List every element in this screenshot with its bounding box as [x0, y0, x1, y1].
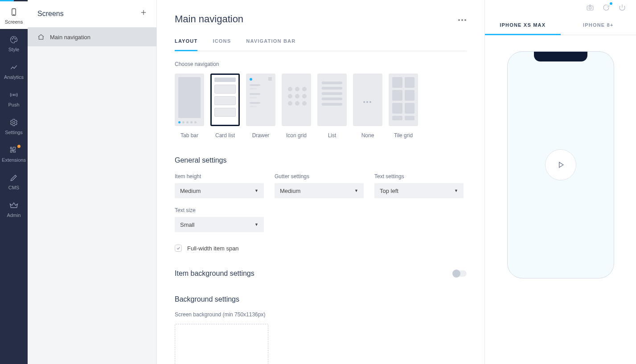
tab-icons[interactable]: ICONS	[213, 38, 231, 51]
preview-toolbar	[485, 0, 636, 16]
svg-point-4	[15, 39, 16, 40]
phone-preview-wrap	[485, 35, 636, 364]
svg-point-10	[461, 19, 463, 21]
screens-title: Screens	[37, 10, 64, 18]
background-settings-heading: Background settings	[175, 295, 467, 303]
palette-icon	[9, 35, 18, 44]
rail-item-admin[interactable]: Admin	[0, 195, 28, 222]
screen-item-main-navigation[interactable]: Main navigation	[28, 28, 156, 46]
caret-down-icon: ▼	[454, 188, 458, 193]
add-screen-button[interactable]	[140, 8, 148, 19]
analytics-icon	[9, 63, 18, 72]
rail-label: Push	[8, 102, 19, 107]
rail-item-cms[interactable]: CMS	[0, 167, 28, 195]
navigation-type-picker: Tab bar Card list Draw	[175, 74, 467, 139]
editor-scroll[interactable]: Main navigation LAYOUT ICONS NAVIGATION …	[157, 0, 484, 364]
full-width-checkbox[interactable]	[175, 245, 182, 252]
screens-icon	[9, 8, 18, 16]
more-horizontal-icon	[458, 19, 467, 21]
svg-point-2	[12, 39, 13, 40]
puzzle-icon	[9, 146, 18, 155]
refresh-badge	[610, 2, 612, 5]
rail-item-push[interactable]: Push	[0, 84, 28, 112]
crown-icon	[9, 201, 18, 210]
select-text-settings[interactable]: Top left ▼	[374, 183, 464, 198]
rail-label: Screens	[5, 19, 23, 25]
camera-icon	[586, 4, 594, 12]
select-gutter-settings[interactable]: Medium ▼	[275, 183, 364, 198]
svg-point-9	[458, 19, 460, 21]
rail-label: Style	[8, 47, 19, 52]
rail-label: Admin	[7, 213, 21, 218]
nav-type-drawer[interactable]: Drawer	[246, 74, 275, 139]
rail-label: Analytics	[4, 74, 24, 80]
nav-type-none[interactable]: ••• None	[353, 74, 382, 139]
thumb-tab-bar	[175, 74, 204, 126]
rail-item-style[interactable]: Style	[0, 29, 28, 57]
svg-marker-14	[559, 162, 563, 168]
field-label: Gutter settings	[275, 173, 364, 180]
broadcast-icon	[9, 90, 18, 99]
device-tab-iphone-8-plus[interactable]: IPHONE 8+	[561, 16, 636, 35]
screens-column: Screens Main navigation	[28, 0, 157, 364]
select-value: Small	[180, 221, 195, 228]
rail-label: Settings	[5, 130, 23, 135]
editor-tabs: LAYOUT ICONS NAVIGATION BAR	[175, 38, 467, 51]
tab-navigation-bar[interactable]: NAVIGATION BAR	[246, 38, 295, 51]
rail-item-settings[interactable]: Settings	[0, 112, 28, 139]
nav-type-tile-grid[interactable]: Tile grid	[389, 74, 418, 139]
power-button[interactable]	[618, 4, 626, 13]
refresh-button[interactable]	[602, 4, 610, 13]
rail-item-analytics[interactable]: Analytics	[0, 57, 28, 84]
preview-column: IPHONE XS MAX IPHONE 8+	[484, 0, 636, 364]
phone-notch	[534, 52, 587, 61]
rail-item-extensions[interactable]: Extensions	[0, 139, 28, 167]
editor-column: Main navigation LAYOUT ICONS NAVIGATION …	[157, 0, 484, 364]
rail-item-screens[interactable]: Screens	[0, 1, 28, 29]
nav-type-tab-bar[interactable]: Tab bar	[175, 74, 204, 139]
screen-background-label: Screen background (min 750x1136px)	[175, 311, 467, 318]
nav-type-icon-grid[interactable]: Icon grid	[282, 74, 311, 139]
editor-header: Main navigation	[175, 13, 467, 25]
field-text-size: Text size Small ▼	[175, 201, 264, 232]
thumb-drawer	[246, 74, 275, 126]
nav-type-label: None	[361, 132, 374, 139]
tab-layout[interactable]: LAYOUT	[175, 38, 197, 51]
general-settings-form: Item height Medium ▼ Gutter settings Med…	[175, 167, 467, 198]
nav-type-label: Tile grid	[394, 132, 413, 139]
nav-type-list[interactable]: List	[317, 74, 347, 139]
field-label: Text settings	[374, 173, 464, 180]
select-item-height[interactable]: Medium ▼	[175, 183, 264, 198]
select-value: Top left	[380, 188, 398, 194]
select-text-size[interactable]: Small ▼	[175, 217, 264, 232]
preview-play-button[interactable]	[545, 149, 576, 180]
choose-navigation-label: Choose navigation	[175, 61, 467, 67]
item-background-section-header: Item background settings	[175, 270, 467, 278]
screenshot-button[interactable]	[586, 4, 594, 13]
thumb-list	[317, 74, 347, 126]
rail-label: Extensions	[2, 157, 26, 163]
select-value: Medium	[180, 188, 201, 194]
editor-title: Main navigation	[175, 13, 243, 25]
caret-down-icon: ▼	[254, 188, 259, 193]
device-tab-iphone-xs-max[interactable]: IPHONE XS MAX	[485, 16, 561, 35]
phone-frame	[507, 51, 614, 278]
caret-down-icon: ▼	[354, 188, 358, 193]
thumb-icon-grid	[282, 74, 311, 126]
more-button[interactable]	[458, 16, 467, 23]
svg-point-13	[589, 7, 591, 9]
item-background-toggle[interactable]	[453, 270, 467, 277]
nav-type-label: Tab bar	[181, 132, 198, 139]
nav-type-label: Card list	[215, 132, 235, 139]
field-label: Text size	[175, 207, 264, 213]
screen-item-label: Main navigation	[50, 34, 90, 41]
nav-type-card-list[interactable]: Card list	[210, 74, 240, 139]
general-settings-form-row2: Text size Small ▼	[175, 201, 467, 232]
play-icon	[556, 160, 565, 169]
thumb-none: •••	[353, 74, 382, 126]
thumb-card-list	[210, 74, 240, 126]
field-label: Item height	[175, 173, 264, 180]
screen-background-uploader[interactable]	[175, 324, 268, 364]
svg-point-6	[13, 122, 15, 124]
notification-dot	[17, 145, 21, 148]
